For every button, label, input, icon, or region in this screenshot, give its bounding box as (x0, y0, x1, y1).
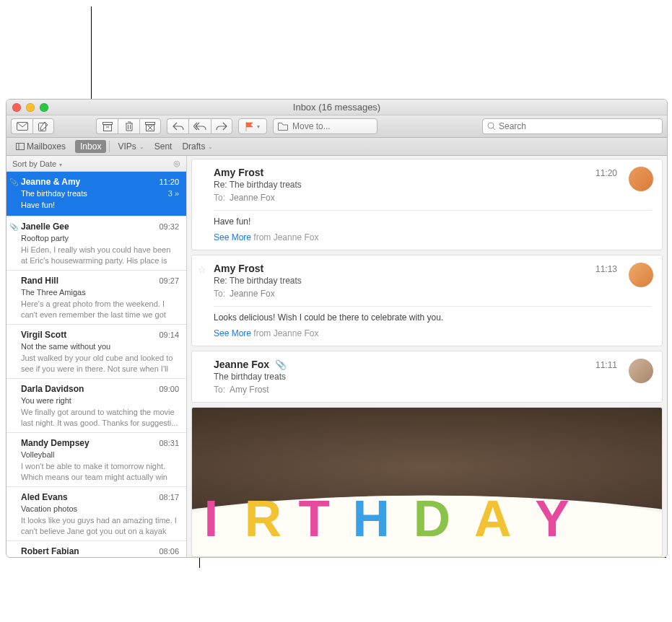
message-from: Janelle Gee (21, 221, 69, 232)
sort-label: Sort by Date (12, 159, 56, 168)
message-from: Aled Evans (21, 491, 68, 503)
separator (214, 210, 652, 211)
thread-time: 11:20 (595, 168, 617, 178)
message-subject: Not the same without you (21, 341, 110, 352)
move-to-label: Move to... (292, 121, 331, 131)
message-preview: Have fun! (21, 200, 179, 211)
reply-all-button[interactable] (188, 118, 211, 134)
thread-attachment-image: I R T H D A Y (191, 407, 663, 557)
thread-to: Jeanne Fox (230, 193, 275, 203)
see-more-link[interactable]: See More from Jeanne Fox (214, 232, 652, 242)
to-label: To: (214, 385, 225, 395)
chevron-down-icon: ⌄ (139, 144, 144, 150)
message-list-item[interactable]: Darla Davidson09:00You were rightWe fina… (6, 379, 186, 433)
thread-time: 11:11 (595, 360, 617, 370)
sort-header[interactable]: Sort by Date ▾ ◎ (6, 156, 186, 172)
filter-icon[interactable]: ◎ (173, 159, 180, 168)
message-time: 11:20 (159, 177, 179, 188)
chevron-down-icon: ▾ (59, 162, 62, 168)
chevron-down-icon: ⌄ (208, 144, 213, 150)
thread-from: Jeanne Fox (214, 359, 269, 370)
search-field[interactable] (482, 118, 663, 134)
flag-button[interactable]: ▾ (238, 118, 267, 134)
compose-icon (38, 121, 48, 131)
message-list-item[interactable]: Rand Hill09:27The Three AmigasHere's a g… (6, 271, 186, 325)
toolbar: ▾ Move to... (6, 115, 667, 138)
message-from: Virgil Scott (21, 329, 66, 341)
message-subject: Volleyball (21, 450, 54, 460)
thread-to: Amy Frost (230, 385, 269, 395)
thread-from: Amy Frost (214, 167, 263, 178)
archive-icon (102, 122, 113, 131)
message-preview: I won't be able to make it tomorrow nigh… (21, 461, 179, 481)
message-subject: You were right (21, 395, 71, 406)
move-to-dropdown[interactable]: Move to... (273, 118, 378, 134)
avatar (629, 263, 653, 287)
get-mail-button[interactable] (11, 118, 32, 134)
thread-subject: The birthday treats (214, 372, 287, 382)
message-time: 08:31 (159, 438, 179, 449)
to-label: To: (214, 289, 225, 299)
delete-button[interactable] (118, 118, 139, 134)
thread-subject: Re: The birthday treats (214, 276, 302, 286)
message-list-item[interactable]: Aled Evans08:17Vacation photosIt looks l… (6, 487, 186, 541)
svg-rect-13 (17, 144, 25, 150)
reply-all-icon (193, 122, 206, 131)
flag-icon (245, 122, 254, 131)
favbar-tab-label: Drafts (182, 141, 205, 152)
see-more-link[interactable]: See More from Jeanne Fox (214, 328, 652, 338)
message-preview: Here's a great photo from the weekend. I… (21, 299, 179, 319)
star-icon[interactable]: ☆ (198, 264, 206, 275)
message-time: 09:00 (159, 384, 179, 395)
thread-message-card[interactable]: Amy FrostRe: The birthday treatsTo:Jeann… (191, 159, 663, 250)
separator (214, 306, 652, 307)
favbar-tab-vips[interactable]: VIPs⌄ (113, 140, 149, 153)
message-list[interactable]: 📎Jeanne & Amy11:20The birthday treats3 »… (6, 172, 186, 557)
thread-message-card[interactable]: ☆Amy FrostRe: The birthday treatsTo:Jean… (191, 255, 663, 346)
archive-button[interactable] (96, 118, 118, 134)
message-list-item[interactable]: Mandy Dempsey08:31VolleyballI won't be a… (6, 433, 186, 487)
message-list-item[interactable]: Robert Fabian08:06Lost and foundHi every… (6, 541, 186, 557)
message-from: Mandy Dempsey (21, 437, 90, 449)
message-time: 09:27 (159, 276, 179, 286)
avatar (629, 167, 653, 191)
forward-button[interactable] (211, 118, 232, 134)
favbar-tab-label: VIPs (118, 141, 136, 152)
separator (109, 141, 110, 152)
message-list-column: Sort by Date ▾ ◎ 📎Jeanne & Amy11:20The b… (6, 156, 187, 557)
message-list-item[interactable]: 📎Jeanne & Amy11:20The birthday treats3 »… (6, 172, 186, 216)
titlebar: Inbox (16 messages) (6, 100, 667, 115)
chevron-down-icon: ▾ (257, 123, 260, 130)
favbar-tab-inbox[interactable]: Inbox (75, 140, 106, 153)
to-label: To: (214, 193, 225, 203)
thread-message-card[interactable]: Jeanne Fox📎The birthday treatsTo:Amy Fro… (191, 351, 663, 403)
mailboxes-label: Mailboxes (27, 141, 66, 152)
attachment-icon: 📎 (9, 178, 18, 188)
thread-count: 3 » (168, 188, 179, 199)
favbar-tab-label: Sent (154, 141, 173, 152)
see-more-from: from Jeanne Fox (251, 232, 318, 242)
see-more-from: from Jeanne Fox (251, 328, 318, 338)
message-list-item[interactable]: 📎Janelle Gee09:32Rooftop partyHi Eden, I… (6, 216, 186, 271)
message-list-item[interactable]: Virgil Scott09:14Not the same without yo… (6, 325, 186, 379)
thread-to: Jeanne Fox (230, 289, 275, 299)
reply-button[interactable] (167, 118, 188, 134)
thread-time: 11:13 (595, 264, 617, 274)
avatar (629, 359, 653, 383)
forward-icon (216, 122, 227, 131)
svg-text:A: A (474, 490, 511, 547)
envelope-icon (17, 122, 28, 131)
message-time: 09:14 (159, 330, 179, 341)
favbar-tab-drafts[interactable]: Drafts⌄ (177, 140, 218, 153)
trash-icon (125, 121, 134, 131)
compose-button[interactable] (32, 118, 54, 134)
favbar-tab-sent[interactable]: Sent (149, 140, 178, 153)
mailboxes-toggle[interactable]: Mailboxes (11, 140, 71, 153)
preview-pane: Amy FrostRe: The birthday treatsTo:Jeann… (187, 156, 667, 557)
search-input[interactable] (499, 121, 658, 131)
thread-body: Have fun! (214, 216, 652, 227)
attachment-icon: 📎 (275, 359, 287, 370)
junk-button[interactable] (139, 118, 161, 134)
favorites-bar: Mailboxes InboxVIPs⌄SentDrafts⌄ (6, 138, 667, 156)
reply-icon (173, 122, 184, 131)
